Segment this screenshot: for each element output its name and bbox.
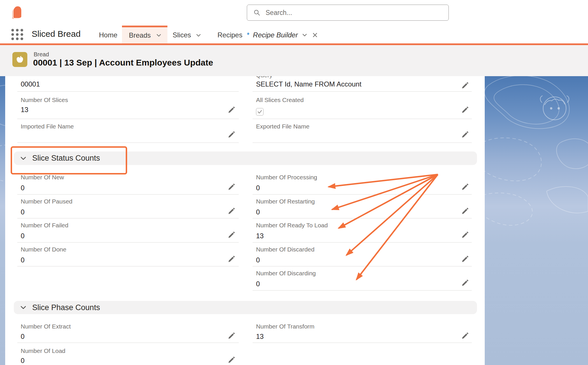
chevron-down-icon[interactable]: [155, 32, 162, 39]
edit-button[interactable]: [461, 279, 469, 287]
entity-label: Bread: [34, 51, 49, 58]
edit-pencil-icon: [461, 207, 469, 215]
field-label: Number Of Extract: [21, 323, 71, 330]
field-number-of-slices: Number Of Slices 13: [17, 92, 239, 119]
tab-breads[interactable]: Breads: [122, 26, 167, 43]
unsaved-indicator: *: [247, 31, 249, 39]
chevron-down-icon[interactable]: [301, 32, 308, 39]
tab-slices[interactable]: Slices: [173, 31, 191, 39]
tab-home[interactable]: Home: [99, 31, 117, 39]
field-label: Imported File Name: [21, 123, 74, 130]
field-number-of-done: Number Of Done 0: [17, 243, 239, 266]
edit-button[interactable]: [461, 255, 469, 263]
field-label: Number Of Done: [21, 246, 66, 253]
field-label: Number Of Paused: [21, 198, 72, 205]
field-imported-file-name: Imported File Name: [17, 119, 239, 143]
field-label: Number Of Failed: [21, 222, 68, 229]
field-exported-file-name: Exported File Name: [253, 119, 472, 143]
app-name: Sliced Bread: [32, 29, 81, 39]
section-slice-phase-counts[interactable]: Slice Phase Counts: [14, 301, 477, 314]
nav-bar: Sliced Bread Home Breads Slices Recipes …: [0, 28, 588, 43]
edit-pencil-icon: [461, 106, 469, 114]
field-value: 0: [21, 357, 24, 365]
edit-button[interactable]: [461, 207, 469, 215]
field-number-of-ready-to-load: Number Of Ready To Load 13: [253, 218, 472, 243]
edit-pencil-icon: [461, 231, 469, 239]
field-number-of-load: Number Of Load 0: [17, 343, 239, 365]
edit-button[interactable]: [461, 231, 469, 239]
field-value: 13: [256, 333, 264, 341]
field-bread-number: 00001: [17, 76, 239, 92]
edit-button[interactable]: [228, 231, 235, 239]
tab-recipe-builder-label: Recipe Builder: [253, 31, 298, 39]
field-number-of-discarded: Number Of Discarded 0: [253, 243, 472, 266]
field-label: Number Of Restarting: [256, 198, 315, 205]
field-label: Number Of New: [21, 174, 64, 181]
field-number-of-extract: Number Of Extract 0: [17, 320, 239, 343]
tab-breads-label: Breads: [129, 31, 151, 39]
field-value: 13: [21, 106, 28, 114]
field-value: 0: [256, 280, 260, 288]
chevron-down-icon[interactable]: [20, 304, 27, 311]
section-slice-status-counts[interactable]: Slice Status Counts: [14, 151, 477, 165]
search-input[interactable]: [265, 9, 442, 17]
global-search: [247, 5, 449, 21]
edit-button[interactable]: [228, 356, 235, 364]
edit-button[interactable]: [461, 183, 469, 191]
astro-face-outline: [540, 96, 569, 120]
top-bar: [0, 0, 588, 28]
chevron-down-icon[interactable]: [20, 155, 27, 162]
edit-button[interactable]: [228, 131, 235, 138]
field-number-of-paused: Number Of Paused 0: [17, 195, 239, 218]
field-value: 0: [21, 184, 24, 192]
record-header: Bread 00001 | 13 Sep | Account Employees…: [0, 45, 588, 76]
field-label: Number Of Transform: [256, 323, 314, 330]
field-number-of-transform: Number Of Transform 13: [253, 320, 472, 343]
edit-button[interactable]: [461, 106, 469, 114]
app-launcher-icon[interactable]: [11, 28, 24, 41]
field-label: Number Of Ready To Load: [256, 222, 328, 229]
tab-recipes[interactable]: Recipes: [217, 31, 243, 39]
field-value: SELECT Id, Name FROM Account: [256, 80, 361, 88]
edit-button[interactable]: [461, 131, 469, 138]
field-number-of-restarting: Number Of Restarting 0: [253, 195, 472, 218]
field-value: 00001: [21, 80, 40, 88]
field-label: Number Of Discarding: [256, 270, 316, 277]
bread-logo-icon[interactable]: [9, 5, 24, 20]
edit-button[interactable]: [228, 255, 235, 263]
page-content: 00001 Query SELECT Id, Name FROM Account…: [0, 76, 588, 365]
field-value: 0: [256, 184, 260, 192]
edit-pencil-icon: [461, 82, 469, 89]
edit-pencil-icon: [461, 255, 469, 263]
field-query: Query SELECT Id, Name FROM Account: [253, 76, 472, 92]
chevron-down-icon[interactable]: [195, 32, 202, 39]
field-label: All Slices Created: [256, 97, 304, 103]
field-value: 0: [21, 333, 24, 341]
bread-entity-icon: [12, 52, 27, 67]
edit-pencil-icon: [228, 255, 235, 263]
section-title: Slice Phase Counts: [32, 303, 100, 312]
search-icon: [253, 9, 260, 16]
checkbox-checked-icon: [257, 109, 262, 114]
edit-button[interactable]: [228, 207, 235, 215]
edit-button[interactable]: [461, 332, 469, 339]
edit-button[interactable]: [461, 82, 469, 89]
field-number-of-discarding: Number Of Discarding 0: [253, 266, 472, 291]
edit-pencil-icon: [228, 106, 235, 114]
field-all-slices-created: All Slices Created: [253, 92, 472, 119]
edit-pencil-icon: [228, 332, 235, 339]
field-value: 0: [21, 232, 24, 240]
all-slices-created-checkbox[interactable]: [256, 108, 264, 116]
edit-pencil-icon: [228, 231, 235, 239]
edit-button[interactable]: [228, 183, 235, 191]
edit-pencil-icon: [228, 207, 235, 215]
edit-pencil-icon: [228, 183, 235, 191]
edit-pencil-icon: [461, 279, 469, 287]
edit-button[interactable]: [228, 106, 235, 114]
close-icon[interactable]: [312, 32, 318, 39]
field-number-of-failed: Number Of Failed 0: [17, 218, 239, 243]
edit-button[interactable]: [228, 332, 235, 339]
field-label: Number Of Load: [21, 347, 65, 354]
field-label-clipped: Query: [256, 76, 272, 79]
tab-recipe-builder[interactable]: * Recipe Builder: [247, 31, 318, 39]
